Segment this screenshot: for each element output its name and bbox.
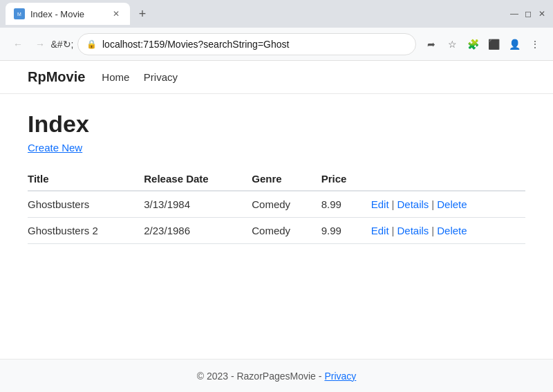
nav-actions: ➦ ☆ 🧩 ⬛ 👤 ⋮ bbox=[422, 35, 545, 54]
page-title: Index bbox=[28, 111, 525, 138]
separator: | bbox=[431, 225, 434, 236]
menu-button[interactable]: ⋮ bbox=[525, 35, 545, 54]
cell-price: 9.99 bbox=[321, 218, 371, 244]
address-bar[interactable]: 🔒 localhost:7159/Movies?searchString=Gho… bbox=[77, 33, 416, 55]
tab-favicon: M bbox=[14, 8, 25, 19]
page-content: Index Create New Title Release Date Genr… bbox=[0, 94, 553, 261]
delete-link[interactable]: Delete bbox=[437, 225, 467, 236]
new-tab-button[interactable]: + bbox=[133, 4, 152, 24]
content-area: RpMovie Home Privacy Index Create New Ti… bbox=[0, 61, 553, 392]
details-link[interactable]: Details bbox=[397, 198, 429, 210]
cell-genre: Comedy bbox=[252, 191, 321, 218]
active-tab[interactable]: M Index - Movie ✕ bbox=[6, 3, 130, 25]
col-price: Price bbox=[321, 167, 371, 191]
svg-text:M: M bbox=[17, 12, 21, 17]
table-row: Ghostbusters 2 2/23/1986 Comedy 9.99 Edi… bbox=[28, 218, 525, 244]
url-text: localhost:7159/Movies?searchString=Ghost bbox=[102, 39, 407, 50]
title-bar: M Index - Movie ✕ + ― ◻ ✕ bbox=[0, 0, 553, 28]
nav-bar: ← → &#↻; 🔒 localhost:7159/Movies?searchS… bbox=[0, 28, 553, 61]
separator: | bbox=[392, 198, 395, 210]
minimize-button[interactable]: ― bbox=[509, 8, 520, 19]
create-new-link[interactable]: Create New bbox=[28, 142, 82, 153]
site-header: RpMovie Home Privacy bbox=[0, 61, 553, 94]
site-nav: Home Privacy bbox=[102, 71, 189, 84]
bookmark-button[interactable]: ☆ bbox=[442, 35, 462, 54]
profile-button[interactable]: 👤 bbox=[505, 35, 524, 54]
delete-link[interactable]: Delete bbox=[437, 198, 467, 210]
edit-link[interactable]: Edit bbox=[371, 198, 389, 210]
cell-genre: Comedy bbox=[252, 218, 321, 244]
site-footer: © 2023 - RazorPagesMovie - Privacy bbox=[0, 359, 553, 392]
nav-home-link[interactable]: Home bbox=[102, 71, 129, 83]
lock-icon: 🔒 bbox=[86, 39, 97, 49]
cell-release-date: 3/13/1984 bbox=[144, 191, 252, 218]
tab-title: Index - Movie bbox=[30, 9, 84, 19]
site-brand: RpMovie bbox=[28, 69, 85, 85]
details-link[interactable]: Details bbox=[397, 225, 429, 236]
tab-close-button[interactable]: ✕ bbox=[111, 8, 122, 19]
table-row: Ghostbusters 3/13/1984 Comedy 8.99 Edit … bbox=[28, 191, 525, 218]
sidebar-toggle-button[interactable]: ⬛ bbox=[484, 35, 503, 54]
back-button[interactable]: ← bbox=[8, 35, 28, 54]
cell-title: Ghostbusters bbox=[28, 191, 144, 218]
close-window-button[interactable]: ✕ bbox=[536, 8, 547, 19]
cell-title: Ghostbusters 2 bbox=[28, 218, 144, 244]
table-header: Title Release Date Genre Price bbox=[28, 167, 525, 191]
nav-privacy-link[interactable]: Privacy bbox=[144, 71, 178, 83]
table-body: Ghostbusters 3/13/1984 Comedy 8.99 Edit … bbox=[28, 191, 525, 244]
footer-privacy-link[interactable]: Privacy bbox=[324, 371, 356, 382]
separator: | bbox=[431, 198, 434, 210]
extensions-button[interactable]: 🧩 bbox=[463, 35, 482, 54]
col-actions bbox=[371, 167, 525, 191]
movies-table: Title Release Date Genre Price Ghostbust… bbox=[28, 167, 525, 244]
separator: | bbox=[392, 225, 395, 236]
browser-window: M Index - Movie ✕ + ― ◻ ✕ ← → &#↻; 🔒 loc… bbox=[0, 0, 553, 392]
share-button[interactable]: ➦ bbox=[422, 35, 441, 54]
edit-link[interactable]: Edit bbox=[371, 225, 389, 236]
col-release-date: Release Date bbox=[144, 167, 252, 191]
forward-button[interactable]: → bbox=[30, 35, 50, 54]
refresh-button[interactable]: &#↻; bbox=[53, 35, 72, 54]
cell-price: 8.99 bbox=[321, 191, 371, 218]
maximize-button[interactable]: ◻ bbox=[523, 8, 534, 19]
header-row: Title Release Date Genre Price bbox=[28, 167, 525, 191]
window-controls: ― ◻ ✕ bbox=[509, 8, 547, 19]
footer-text: © 2023 - RazorPagesMovie - bbox=[197, 371, 322, 382]
col-title: Title bbox=[28, 167, 144, 191]
cell-actions: Edit | Details | Delete bbox=[371, 218, 525, 244]
cell-release-date: 2/23/1986 bbox=[144, 218, 252, 244]
cell-actions: Edit | Details | Delete bbox=[371, 191, 525, 218]
col-genre: Genre bbox=[252, 167, 321, 191]
